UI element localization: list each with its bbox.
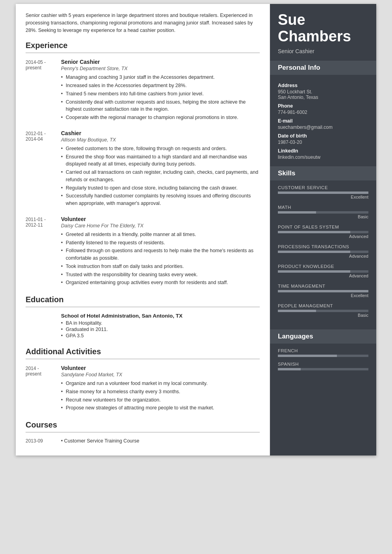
skill-level-label: Excellent	[278, 293, 368, 298]
exp-date: 2011-01 -2012-11	[26, 216, 61, 287]
language-bar-bg	[278, 368, 368, 370]
skill-bar-bg	[278, 290, 368, 292]
language-item: SPANISH	[278, 362, 368, 370]
skill-level-label: Basic	[278, 313, 368, 318]
exp-bullet: Increased sales in the Accessories depar…	[61, 82, 260, 89]
skill-bar-fill	[278, 270, 350, 273]
exp-bullet: Trained 5 new members into full-time cas…	[61, 90, 260, 98]
exp-date: 2012-01 -2014-04	[26, 130, 61, 208]
skill-name: CUSTOMER SERVICE	[278, 185, 368, 190]
skill-item: PEOPLE MANAGEMENT Basic	[278, 303, 368, 318]
address-line1: 950 Lockhart St.	[278, 89, 368, 95]
skill-name: PROCESSING TRANSACTIONS	[278, 244, 368, 249]
experience-item: 2014-05 -present Senior Cashier Penny's …	[26, 59, 260, 122]
exp-content: Senior Cashier Penny's Department Store,…	[61, 59, 260, 122]
personal-info-section: Address 950 Lockhart St. San Antonio, Te…	[270, 80, 376, 166]
skill-item: CUSTOMER SERVICE Excellent	[278, 185, 368, 199]
education-divider	[26, 307, 260, 307]
exp-content: Volunteer Daisy Care Home For The Elderl…	[61, 216, 260, 287]
exp-company: Daisy Care Home For The Elderly, TX	[61, 223, 260, 229]
exp-bullets: Greeted all residents in a friendly, pol…	[61, 231, 260, 286]
dob-label: Date of birth	[278, 133, 368, 139]
exp-title: Senior Cashier	[61, 59, 260, 65]
courses-title: Courses	[26, 420, 260, 429]
skill-bar-fill	[278, 310, 316, 312]
edu-bullet: GPA 3.5	[61, 333, 260, 338]
exp-bullet: Successfully handled customer complaints…	[61, 192, 260, 207]
exp-bullet: Trusted with the responsibility for clea…	[61, 271, 260, 279]
skill-item: PROCESSING TRANSACTIONS Advanced	[278, 244, 368, 258]
exp-bullets: Greeted customers to the store, followin…	[61, 145, 260, 207]
skill-bar-fill	[278, 191, 368, 194]
education-section: Education School of Hotel Administration…	[26, 295, 260, 339]
course-name: • Customer Service Training Course	[61, 438, 260, 444]
experience-item: 2011-01 -2012-11 Volunteer Daisy Care Ho…	[26, 216, 260, 287]
additional-list: 2014 -present Volunteer Sandylane Food M…	[26, 365, 260, 413]
edu-bullets: BA in Hospitality.Graduated in 2011.GPA …	[61, 320, 260, 338]
language-bar-fill	[278, 368, 301, 370]
name-section: Sue Chambers Senior Cashier	[270, 4, 376, 61]
exp-title: Cashier	[61, 130, 260, 136]
skill-bar-fill	[278, 290, 368, 292]
add-bullet: Recruit new volunteers for the organizat…	[61, 396, 260, 404]
email-value: suechambers@gmail.com	[278, 125, 368, 130]
skill-bar-bg	[278, 251, 368, 253]
language-name: FRENCH	[278, 348, 368, 353]
additional-divider	[26, 359, 260, 359]
skill-bar-bg	[278, 310, 368, 312]
skill-item: PRODUCT KNOWLEDGE Advanced	[278, 264, 368, 278]
edu-bullet: BA in Hospitality.	[61, 320, 260, 326]
address-label: Address	[278, 83, 368, 88]
additional-title: Additional Activities	[26, 347, 260, 356]
education-list: School of Hotel Administration, San Anto…	[26, 313, 260, 339]
exp-bullet: Carried out all transactions on cash reg…	[61, 169, 260, 184]
skill-name: MATH	[278, 205, 368, 210]
additional-item: 2014 -present Volunteer Sandylane Food M…	[26, 365, 260, 413]
exp-bullet: Greeted all residents in a friendly, pol…	[61, 231, 260, 238]
skill-name: TIME MANAGEMENT	[278, 284, 368, 288]
exp-bullet: Took instruction from staff on daily tas…	[61, 263, 260, 270]
skill-level-label: Advanced	[278, 273, 368, 278]
education-item: School of Hotel Administration, San Anto…	[26, 313, 260, 339]
skill-level-label: Basic	[278, 214, 368, 219]
course-date: 2013-09	[26, 438, 61, 444]
skill-bar-fill	[278, 211, 316, 214]
phone-label: Phone	[278, 103, 368, 109]
skill-level-label: Advanced	[278, 234, 368, 239]
add-company: Sandylane Food Market, TX	[61, 372, 260, 377]
skill-bar-bg	[278, 211, 368, 214]
edu-bullet: Graduated in 2011.	[61, 327, 260, 332]
linkedin-value: linkedin.com/sueutw	[278, 154, 368, 160]
language-name: SPANISH	[278, 362, 368, 366]
skills-section: CUSTOMER SERVICE Excellent MATH Basic PO…	[270, 185, 376, 329]
exp-bullet: Organized entertaining group activities …	[61, 279, 260, 286]
courses-divider	[26, 432, 260, 433]
skills-header: Skills	[270, 166, 376, 180]
right-column: Sue Chambers Senior Cashier Personal Inf…	[270, 4, 376, 455]
skill-bar-bg	[278, 191, 368, 194]
edu-date	[26, 313, 61, 339]
personal-info-header: Personal Info	[270, 61, 376, 75]
summary-text: Senior cashier with 5 years experience i…	[26, 12, 260, 34]
add-bullets: Organize and run a volunteer food market…	[61, 380, 260, 412]
exp-bullet: Patiently listened to the requests of re…	[61, 239, 260, 247]
courses-list: 2013-09 • Customer Service Training Cour…	[26, 438, 260, 444]
experience-item: 2012-01 -2014-04 Cashier Allison May Bou…	[26, 130, 260, 208]
experience-section: Experience 2014-05 -present Senior Cashi…	[26, 41, 260, 287]
languages-header: Languages	[270, 329, 376, 344]
linkedin-label: LinkedIn	[278, 148, 368, 154]
add-bullet: Raise money for a homeless charity every…	[61, 388, 260, 396]
add-bullet: Propose new strategies of attracting mor…	[61, 404, 260, 412]
exp-bullet: Followed through on questions and reques…	[61, 247, 260, 262]
exp-content: Cashier Allison May Boutique, TX Greeted…	[61, 130, 260, 208]
skill-level-label: Advanced	[278, 254, 368, 258]
exp-bullet: Ensured the shop floor was maintained to…	[61, 153, 260, 168]
last-name: Chambers	[278, 28, 368, 45]
language-bar-bg	[278, 355, 368, 357]
exp-company: Penny's Department Store, TX	[61, 66, 260, 71]
add-date: 2014 -present	[26, 365, 61, 413]
skill-bar-fill	[278, 231, 350, 233]
edu-content: School of Hotel Administration, San Anto…	[61, 313, 260, 339]
add-bullet: Organize and run a volunteer food market…	[61, 380, 260, 387]
exp-bullets: Managing and coaching 3 junior staff in …	[61, 74, 260, 121]
